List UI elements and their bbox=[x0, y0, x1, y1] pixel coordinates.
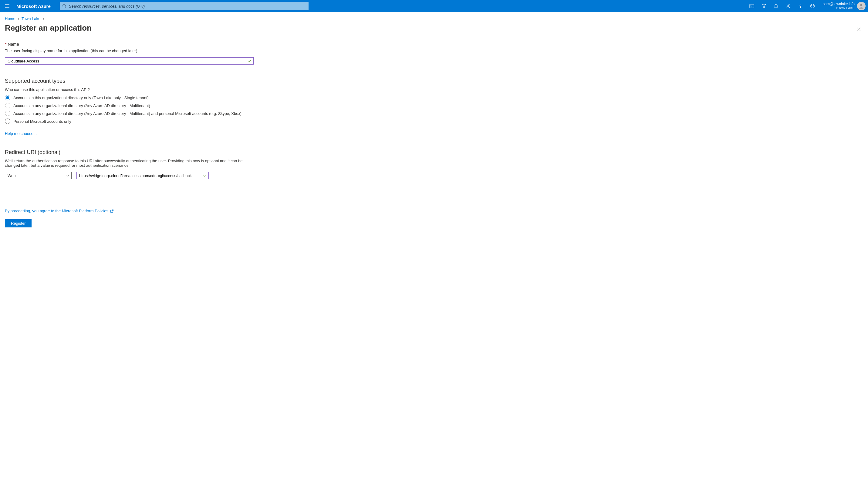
account-type-radio[interactable]: Personal Microsoft accounts only bbox=[5, 119, 260, 124]
hamburger-menu-button[interactable] bbox=[0, 0, 14, 12]
feedback-button[interactable] bbox=[806, 0, 818, 12]
redirect-uri-input-wrap bbox=[76, 172, 209, 179]
svg-point-3 bbox=[63, 5, 65, 7]
radio-outer bbox=[5, 95, 10, 100]
page: Register an application *Name The user-f… bbox=[0, 23, 868, 188]
help-button[interactable] bbox=[794, 0, 806, 12]
search-input[interactable] bbox=[69, 4, 306, 8]
name-label: Name bbox=[8, 42, 19, 47]
svg-line-4 bbox=[65, 7, 66, 8]
name-input[interactable] bbox=[5, 58, 246, 64]
radio-label: Accounts in any organizational directory… bbox=[13, 111, 242, 116]
redirect-heading: Redirect URI (optional) bbox=[5, 149, 260, 156]
svg-point-9 bbox=[787, 5, 789, 7]
account-type-radio[interactable]: Accounts in this organizational director… bbox=[5, 95, 260, 100]
register-button[interactable]: Register bbox=[5, 219, 32, 227]
validation-check-icon bbox=[201, 174, 209, 178]
chevron-right-icon: › bbox=[43, 17, 44, 21]
account-email: sam@townlake.info bbox=[823, 2, 855, 6]
close-blade-button[interactable] bbox=[855, 25, 863, 34]
breadcrumb-home[interactable]: Home bbox=[5, 17, 16, 21]
help-icon bbox=[798, 4, 803, 8]
search-icon bbox=[62, 4, 66, 8]
svg-line-18 bbox=[112, 210, 113, 211]
smiley-icon bbox=[810, 4, 815, 8]
account-type-radio[interactable]: Accounts in any organizational directory… bbox=[5, 103, 260, 108]
svg-marker-7 bbox=[762, 4, 766, 8]
breadcrumb-directory[interactable]: Town Lake bbox=[22, 17, 40, 21]
brand-label[interactable]: Microsoft Azure bbox=[14, 4, 55, 9]
settings-button[interactable] bbox=[782, 0, 794, 12]
platform-select-value: Web bbox=[8, 173, 16, 178]
cloud-shell-button[interactable] bbox=[746, 0, 758, 12]
topbar: Microsoft Azure bbox=[0, 0, 868, 12]
chevron-down-icon bbox=[66, 174, 69, 178]
external-link-icon bbox=[110, 209, 114, 213]
chevron-right-icon: › bbox=[18, 17, 19, 21]
radio-label: Personal Microsoft accounts only bbox=[13, 119, 71, 124]
platform-select[interactable]: Web bbox=[5, 172, 71, 179]
radio-label: Accounts in any organizational directory… bbox=[13, 103, 150, 108]
topbar-icons bbox=[746, 0, 818, 12]
notifications-button[interactable] bbox=[770, 0, 782, 12]
redirect-uri-input[interactable] bbox=[77, 172, 201, 179]
radio-outer bbox=[5, 111, 10, 116]
redirect-row: Web bbox=[5, 172, 260, 179]
policies-link[interactable]: By proceeding, you agree to the Microsof… bbox=[5, 209, 108, 213]
filter-icon bbox=[762, 4, 766, 8]
help-me-choose-link[interactable]: Help me choose... bbox=[5, 131, 37, 136]
name-helper: The user-facing display name for this ap… bbox=[5, 49, 260, 53]
radio-label: Accounts in this organizational director… bbox=[13, 96, 149, 100]
global-search[interactable] bbox=[60, 2, 309, 10]
account-types-heading: Supported account types bbox=[5, 78, 260, 84]
radio-outer bbox=[5, 103, 10, 108]
avatar bbox=[857, 2, 866, 10]
policies-row: By proceeding, you agree to the Microsof… bbox=[5, 209, 863, 213]
close-icon bbox=[857, 27, 861, 32]
gear-icon bbox=[786, 4, 790, 8]
svg-point-11 bbox=[811, 4, 815, 8]
page-title: Register an application bbox=[5, 23, 863, 33]
svg-point-14 bbox=[860, 4, 863, 6]
name-label-row: *Name bbox=[5, 42, 260, 47]
cloud-shell-icon bbox=[749, 4, 754, 8]
bell-icon bbox=[774, 4, 778, 8]
register-form: *Name The user-facing display name for t… bbox=[5, 42, 260, 179]
footer: By proceeding, you agree to the Microsof… bbox=[0, 203, 868, 234]
account-type-radio[interactable]: Accounts in any organizational directory… bbox=[5, 111, 260, 116]
name-input-wrap bbox=[5, 57, 254, 65]
hamburger-icon bbox=[5, 4, 10, 8]
required-asterisk: * bbox=[5, 42, 6, 47]
radio-outer bbox=[5, 119, 10, 124]
svg-point-10 bbox=[800, 7, 800, 8]
breadcrumb: Home › Town Lake › bbox=[0, 12, 868, 22]
directory-filter-button[interactable] bbox=[758, 0, 770, 12]
account-types-radio-group: Accounts in this organizational director… bbox=[5, 95, 260, 124]
svg-point-13 bbox=[813, 5, 813, 6]
account-types-question: Who can use this application or access t… bbox=[5, 87, 260, 92]
validation-check-icon bbox=[246, 59, 253, 63]
account-menu[interactable]: sam@townlake.info TOWN LAKE bbox=[818, 2, 868, 10]
redirect-helper: We'll return the authentication response… bbox=[5, 159, 254, 168]
svg-rect-5 bbox=[750, 4, 754, 8]
account-tenant: TOWN LAKE bbox=[823, 6, 855, 10]
